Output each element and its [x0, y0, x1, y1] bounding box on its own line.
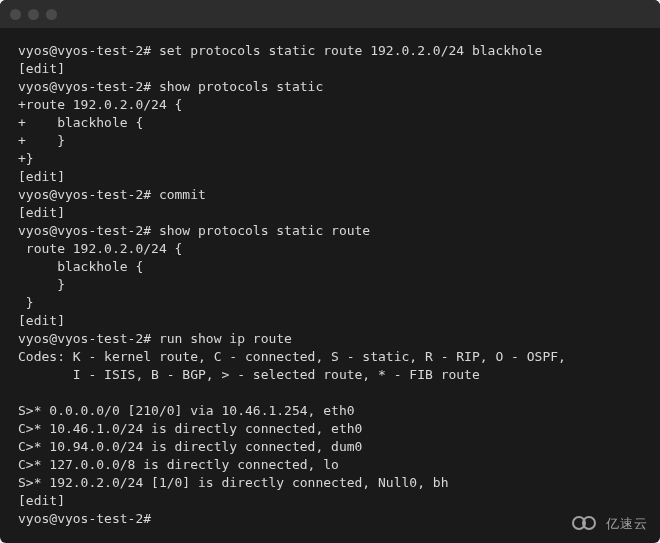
terminal-prompt-line: vyos@vyos-test-2# show protocols static …: [18, 222, 642, 240]
terminal-output-line: C>* 127.0.0.0/8 is directly connected, l…: [18, 456, 642, 474]
terminal-output-line: [edit]: [18, 168, 642, 186]
terminal-output-line: [18, 384, 642, 402]
terminal-output-line: I - ISIS, B - BGP, > - selected route, *…: [18, 366, 642, 384]
terminal-output-line: [edit]: [18, 204, 642, 222]
terminal-output-line: [edit]: [18, 312, 642, 330]
terminal-content[interactable]: vyos@vyos-test-2# set protocols static r…: [0, 28, 660, 542]
terminal-output-line: blackhole {: [18, 258, 642, 276]
maximize-dot[interactable]: [46, 9, 57, 20]
terminal-output-line: + blackhole {: [18, 114, 642, 132]
terminal-output-line: S>* 192.0.2.0/24 [1/0] is directly conne…: [18, 474, 642, 492]
terminal-output-line: S>* 0.0.0.0/0 [210/0] via 10.46.1.254, e…: [18, 402, 642, 420]
terminal-output-line: +route 192.0.2.0/24 {: [18, 96, 642, 114]
minimize-dot[interactable]: [28, 9, 39, 20]
terminal-prompt-line: vyos@vyos-test-2# show protocols static: [18, 78, 642, 96]
terminal-prompt-line: vyos@vyos-test-2# run show ip route: [18, 330, 642, 348]
close-dot[interactable]: [10, 9, 21, 20]
terminal-prompt-line: vyos@vyos-test-2# set protocols static r…: [18, 42, 642, 60]
terminal-output-line: [edit]: [18, 492, 642, 510]
terminal-output-line: C>* 10.94.0.0/24 is directly connected, …: [18, 438, 642, 456]
terminal-output-line: + }: [18, 132, 642, 150]
watermark-icon: [572, 515, 600, 533]
terminal-output-line: C>* 10.46.1.0/24 is directly connected, …: [18, 420, 642, 438]
terminal-output-line: [edit]: [18, 60, 642, 78]
watermark: 亿速云: [572, 515, 648, 533]
terminal-window: vyos@vyos-test-2# set protocols static r…: [0, 0, 660, 543]
terminal-output-line: Codes: K - kernel route, C - connected, …: [18, 348, 642, 366]
terminal-output-line: +}: [18, 150, 642, 168]
terminal-prompt-line: vyos@vyos-test-2#: [18, 510, 642, 528]
watermark-text: 亿速云: [606, 515, 648, 533]
terminal-output-line: route 192.0.2.0/24 {: [18, 240, 642, 258]
terminal-prompt-line: vyos@vyos-test-2# commit: [18, 186, 642, 204]
terminal-output-line: }: [18, 276, 642, 294]
titlebar: [0, 0, 660, 28]
terminal-output-line: }: [18, 294, 642, 312]
